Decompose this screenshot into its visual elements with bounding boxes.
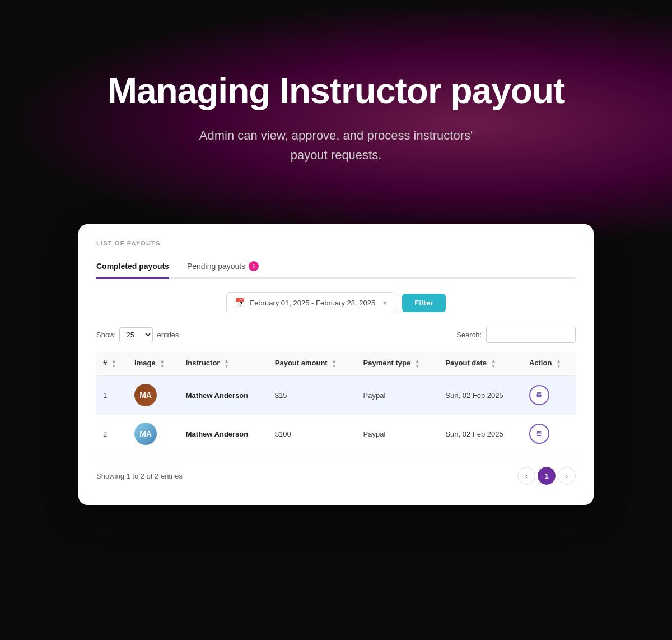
entries-select[interactable]: 25 50 100 bbox=[119, 327, 153, 342]
sort-icon-instructor: ▲▼ bbox=[224, 359, 229, 369]
cell-num: 2 bbox=[96, 415, 128, 453]
cell-payout-date: Sun, 02 Feb 2025 bbox=[438, 415, 522, 453]
table-row: 2 MA Mathew Anderson $100 Paypal Sun, 02… bbox=[96, 415, 576, 453]
filter-row: 📅 February 01, 2025 - February 28, 2025 … bbox=[96, 292, 576, 313]
entries-label: entries bbox=[157, 331, 179, 339]
pagination: ‹ 1 › bbox=[517, 467, 576, 485]
show-label: Show bbox=[96, 331, 115, 339]
show-entries-control: Show 25 50 100 entries bbox=[96, 327, 179, 342]
cell-avatar: MA bbox=[128, 376, 179, 415]
col-num: # ▲▼ bbox=[96, 352, 128, 376]
cell-avatar: MA bbox=[128, 415, 179, 453]
search-row: Search: bbox=[456, 327, 576, 343]
search-label: Search: bbox=[456, 331, 482, 339]
avatar: MA bbox=[134, 423, 157, 445]
payouts-card: LIST OF PAYOUTS Completed payouts Pendin… bbox=[78, 224, 594, 505]
col-payout-date: Payout date ▲▼ bbox=[438, 352, 522, 376]
hero-title: Managing Instructor payout bbox=[108, 71, 565, 112]
sort-icon-payout-date: ▲▼ bbox=[491, 359, 496, 369]
pagination-info: Showing 1 to 2 of 2 entries bbox=[96, 472, 183, 480]
col-image: Image ▲▼ bbox=[128, 352, 179, 376]
cell-instructor: Mathew Anderson bbox=[179, 376, 268, 415]
cell-payout-amount: $15 bbox=[268, 376, 357, 415]
date-range-value: February 01, 2025 - February 28, 2025 bbox=[250, 299, 375, 307]
cell-instructor: Mathew Anderson bbox=[179, 415, 268, 453]
sort-icon-payout-amount: ▲▼ bbox=[332, 359, 337, 369]
col-instructor: Instructor ▲▼ bbox=[179, 352, 268, 376]
prev-page-button[interactable]: ‹ bbox=[517, 467, 535, 485]
next-page-button[interactable]: › bbox=[558, 467, 576, 485]
cell-num: 1 bbox=[96, 376, 128, 415]
pagination-row: Showing 1 to 2 of 2 entries ‹ 1 › bbox=[96, 467, 576, 485]
action-print-button[interactable]: 🖶 bbox=[529, 424, 549, 444]
col-payment-type: Payment type ▲▼ bbox=[357, 352, 439, 376]
calendar-icon: 📅 bbox=[235, 298, 245, 308]
search-input[interactable] bbox=[486, 327, 576, 343]
pending-badge: 1 bbox=[249, 261, 259, 271]
sort-icon-image: ▲▼ bbox=[160, 359, 165, 369]
action-print-button[interactable]: 🖶 bbox=[529, 385, 549, 405]
sort-icon-action: ▲▼ bbox=[556, 359, 561, 369]
payouts-table: # ▲▼ Image ▲▼ Instructor ▲▼ Payout amoun… bbox=[96, 352, 576, 453]
sort-icon-num: ▲▼ bbox=[111, 359, 116, 369]
table-header-row: # ▲▼ Image ▲▼ Instructor ▲▼ Payout amoun… bbox=[96, 352, 576, 376]
filter-button[interactable]: Filter bbox=[402, 294, 446, 312]
hero-section: Managing Instructor payout Admin can vie… bbox=[0, 0, 672, 247]
cell-payout-date: Sun, 02 Feb 2025 bbox=[438, 376, 522, 415]
cell-action: 🖶 bbox=[522, 415, 576, 453]
col-payout-amount: Payout amount ▲▼ bbox=[268, 352, 357, 376]
cell-payment-type: Paypal bbox=[357, 376, 439, 415]
tab-pending-payouts[interactable]: Pending payouts 1 bbox=[187, 256, 259, 279]
table-row: 1 MA Mathew Anderson $15 Paypal Sun, 02 … bbox=[96, 376, 576, 415]
page-1-button[interactable]: 1 bbox=[538, 467, 556, 485]
hero-subtitle: Admin can view, approve, and process ins… bbox=[179, 126, 493, 165]
sort-icon-payment-type: ▲▼ bbox=[415, 359, 420, 369]
cell-payout-amount: $100 bbox=[268, 415, 357, 453]
tabs-container: Completed payouts Pending payouts 1 bbox=[96, 256, 576, 279]
date-caret-icon: ▾ bbox=[383, 299, 387, 307]
col-action: Action ▲▼ bbox=[522, 352, 576, 376]
date-range-input[interactable]: 📅 February 01, 2025 - February 28, 2025 … bbox=[226, 292, 395, 313]
table-controls: Show 25 50 100 entries Search: bbox=[96, 327, 576, 343]
card-header-label: LIST OF PAYOUTS bbox=[96, 240, 576, 247]
cell-action: 🖶 bbox=[522, 376, 576, 415]
avatar: MA bbox=[134, 384, 157, 406]
cell-payment-type: Paypal bbox=[357, 415, 439, 453]
tab-completed-payouts[interactable]: Completed payouts bbox=[96, 256, 169, 279]
